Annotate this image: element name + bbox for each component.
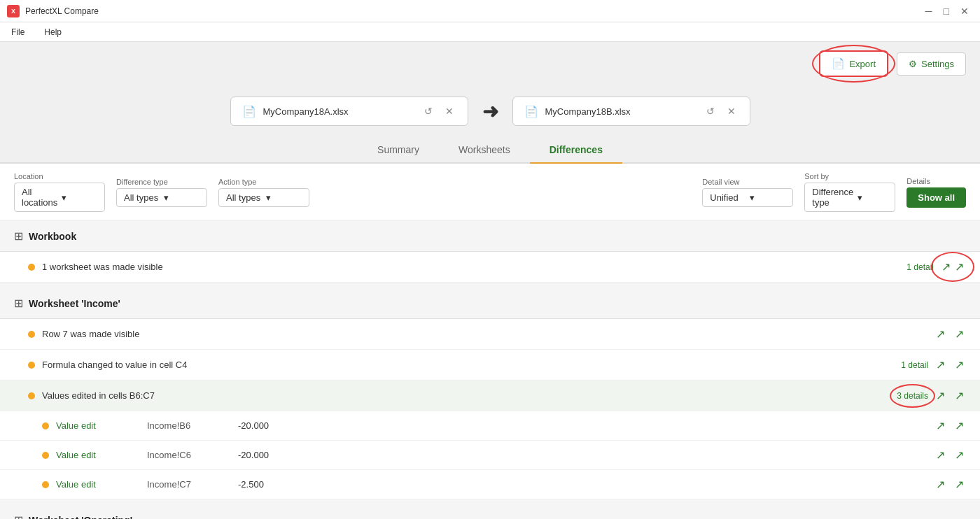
action-type-value: All types	[226, 192, 262, 203]
income-row-2-open[interactable]: ↗	[953, 388, 966, 404]
diff-text-workbook-0: 1 worksheet was made visible	[42, 262, 899, 272]
tab-summary[interactable]: Summary	[358, 137, 439, 164]
tab-differences[interactable]: Differences	[530, 137, 622, 164]
window-controls[interactable]: ─ □ ✕	[921, 4, 973, 18]
income-row-2: Values edited in cells B6:C7 3 details ↗…	[0, 381, 980, 411]
diff-dot-income-0	[28, 331, 35, 338]
menu-help[interactable]: Help	[40, 24, 66, 40]
sub-open-1[interactable]: ↗	[953, 447, 966, 463]
sub-open-0[interactable]: ↗	[953, 418, 966, 434]
income-row-0: Row 7 was made visible ↗ ↗	[0, 319, 980, 350]
sub-label-2: Value edit	[56, 479, 140, 490]
sub-label-1: Value edit	[56, 450, 140, 460]
section-operating-header: ⊞ Worksheet 'Operating'	[0, 505, 980, 519]
three-details-circle: 3 details	[897, 391, 928, 401]
diff-type-value: All types	[124, 192, 160, 203]
detail-view-group: Detail view Unified ▾	[702, 178, 793, 207]
sub-row-2: Value edit Income!C7 -2.500 ↗ ↗	[0, 470, 980, 499]
diff-type-filter-group: Difference type All types ▾	[116, 178, 207, 207]
sub-value-2: -2.500	[238, 479, 308, 490]
income-row-2-detail[interactable]: 3 details	[897, 391, 928, 401]
action-type-filter-group: Action type All types ▾	[218, 178, 309, 207]
arrow-icon: ➜	[482, 100, 498, 123]
action-type-select[interactable]: All types ▾	[218, 188, 309, 207]
diff-text-income-1: Formula changed to value in cell C4	[42, 360, 894, 370]
close-button[interactable]: ✕	[956, 4, 973, 18]
file-a-name: MyCompany18A.xlsx	[263, 106, 414, 117]
tabs-bar: Summary Worksheets Differences	[0, 137, 980, 164]
file-b-reset[interactable]: ↺	[704, 104, 718, 118]
file-a-icon: 📄	[242, 105, 256, 118]
settings-label: Settings	[921, 59, 954, 69]
sort-by-value: Difference type	[812, 187, 853, 208]
sub-actions-2: ↗ ↗	[934, 476, 966, 492]
file-a-close[interactable]: ✕	[442, 104, 456, 118]
menubar: File Help	[0, 22, 980, 42]
sub-actions-1: ↗ ↗	[934, 447, 966, 463]
sub-row-0: Value edit Income!B6 -20.000 ↗ ↗	[0, 411, 980, 441]
income-row-0-open[interactable]: ↗	[953, 326, 966, 342]
diff-type-filter-label: Difference type	[116, 178, 207, 186]
sort-by-select[interactable]: Difference type ▾	[804, 183, 895, 212]
diff-dot-income-1	[28, 362, 35, 369]
file-b-icon: 📄	[524, 105, 538, 118]
app-title: PerfectXL Compare	[25, 6, 99, 16]
location-select[interactable]: All locations ▾	[14, 183, 105, 212]
income-row-0-export[interactable]: ↗	[934, 326, 947, 342]
menu-file[interactable]: File	[7, 24, 29, 40]
differences-content: ⊞ Workbook 1 worksheet was made visible …	[0, 221, 980, 519]
location-value: All locations	[22, 187, 57, 208]
workbook-row-0: 1 worksheet was made visible 1 detail ↗ …	[0, 252, 980, 283]
detail-view-value: Unified	[710, 192, 746, 203]
details-label: Details	[906, 177, 966, 185]
sub-export-0[interactable]: ↗	[934, 418, 947, 434]
workbook-icons-circle: ↗ ↗	[939, 259, 966, 275]
settings-button[interactable]: ⚙ Settings	[897, 52, 966, 76]
sort-by-label: Sort by	[804, 172, 895, 180]
worksheet-income-icon: ⊞	[14, 297, 23, 310]
income-row-1-open[interactable]: ↗	[953, 357, 966, 373]
show-all-button[interactable]: Show all	[906, 187, 966, 208]
workbook-open-icon[interactable]: ↗	[953, 259, 966, 275]
export-button[interactable]: 📄 Export	[819, 50, 888, 77]
settings-icon: ⚙	[909, 59, 917, 69]
sub-label-0: Value edit	[56, 420, 140, 431]
topbar: 📄 Export ⚙ Settings	[0, 42, 980, 85]
sub-open-2[interactable]: ↗	[953, 476, 966, 492]
detail-view-label: Detail view	[702, 178, 793, 186]
filter-bar: Location All locations ▾ Difference type…	[0, 164, 980, 221]
titlebar: X PerfectXL Compare ─ □ ✕	[0, 0, 980, 22]
section-income-header: ⊞ Worksheet 'Income'	[0, 288, 980, 319]
app-logo: X	[7, 5, 20, 17]
file-area: 📄 MyCompany18A.xlsx ↺ ✕ ➜ 📄 MyCompany18B…	[0, 85, 980, 137]
action-type-chevron: ▾	[266, 192, 302, 203]
income-row-1-export[interactable]: ↗	[934, 357, 947, 373]
file-b-name: MyCompany18B.xlsx	[545, 106, 696, 117]
export-circle-annotation: 📄 Export	[819, 50, 888, 77]
sub-dot-2	[42, 481, 49, 488]
sort-by-chevron: ▾	[858, 192, 888, 203]
sub-export-1[interactable]: ↗	[934, 447, 947, 463]
maximize-button[interactable]: □	[939, 4, 953, 18]
titlebar-left: X PerfectXL Compare	[7, 5, 99, 17]
workbook-title: Workbook	[29, 231, 76, 242]
sub-export-2[interactable]: ↗	[934, 476, 947, 492]
workbook-export-icon[interactable]: ↗	[939, 259, 953, 275]
sub-dot-1	[42, 452, 49, 459]
income-row-1-detail[interactable]: 1 detail	[901, 360, 928, 370]
sub-cell-2: Income!C7	[147, 479, 231, 490]
location-filter-group: Location All locations ▾	[14, 172, 105, 212]
section-workbook-header: ⊞ Workbook	[0, 221, 980, 252]
workbook-row-0-actions: 1 detail ↗ ↗	[906, 259, 966, 275]
sub-row-1: Value edit Income!C6 -20.000 ↗ ↗	[0, 441, 980, 470]
detail-view-select[interactable]: Unified ▾	[702, 188, 793, 207]
workbook-detail-link[interactable]: 1 detail	[906, 262, 934, 272]
export-icon: 📄	[832, 57, 845, 70]
minimize-button[interactable]: ─	[921, 4, 937, 18]
diff-type-select[interactable]: All types ▾	[116, 188, 207, 207]
income-row-2-export[interactable]: ↗	[934, 388, 947, 404]
file-a-reset[interactable]: ↺	[421, 104, 435, 118]
tab-worksheets[interactable]: Worksheets	[439, 137, 530, 164]
file-b-close[interactable]: ✕	[724, 104, 738, 118]
location-chevron: ▾	[62, 192, 97, 203]
